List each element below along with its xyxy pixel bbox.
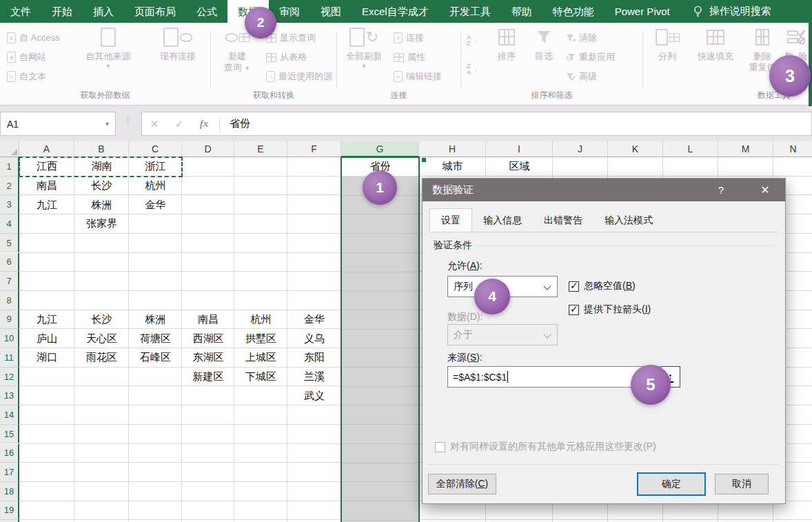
row-header-2[interactable]: 2 bbox=[0, 177, 19, 196]
ribbon-tab[interactable]: Excel自学成才 bbox=[352, 0, 439, 23]
ribbon-tab[interactable]: 视图 bbox=[310, 0, 352, 23]
cell-E11[interactable]: 上城区 bbox=[234, 348, 287, 368]
cell-A2[interactable]: 南昌 bbox=[19, 177, 74, 196]
cell-C11[interactable]: 石峰区 bbox=[129, 348, 182, 368]
cell-C3[interactable]: 金华 bbox=[129, 195, 182, 214]
row-header-9[interactable]: 9 bbox=[0, 310, 19, 330]
cell-I1[interactable]: 区域 bbox=[486, 157, 553, 177]
cell-E10[interactable]: 拱墅区 bbox=[234, 329, 287, 348]
apply-to-all-checkbox[interactable]: 对有同样设置的所有其他单元格应用这些更改(P) bbox=[435, 441, 656, 453]
column-header-l[interactable]: L bbox=[663, 141, 718, 157]
name-box[interactable]: A1 ▼ bbox=[0, 112, 116, 136]
ribbon-tab[interactable]: 帮助 bbox=[501, 0, 542, 23]
name-box-dropdown-icon[interactable]: ▼ bbox=[104, 121, 110, 128]
flash-fill-button[interactable]: 快速填充 bbox=[689, 27, 742, 62]
ok-button[interactable]: 确定 bbox=[638, 474, 704, 494]
cell-B11[interactable]: 雨花区 bbox=[74, 348, 129, 368]
from-web-button[interactable]: ⊕ 自网站 bbox=[7, 49, 46, 66]
cell-C10[interactable]: 荷塘区 bbox=[129, 329, 182, 348]
formula-bar-value[interactable]: 省份 bbox=[230, 117, 250, 130]
existing-connections-button[interactable]: 现有连接 bbox=[150, 27, 205, 62]
row-header-18[interactable]: 18 bbox=[0, 482, 19, 501]
cell-B10[interactable]: 天心区 bbox=[74, 329, 129, 348]
tab-input-message[interactable]: 输入信息 bbox=[472, 210, 533, 232]
row-header-17[interactable]: 17 bbox=[0, 463, 19, 482]
row-header-7[interactable]: 7 bbox=[0, 272, 19, 291]
column-header-k[interactable]: K bbox=[608, 141, 663, 157]
column-header-a[interactable]: A bbox=[19, 141, 74, 157]
ribbon-tab[interactable]: 插入 bbox=[83, 0, 124, 23]
connections-button[interactable]: ⌑ 连接 bbox=[394, 30, 424, 46]
cell-D9[interactable]: 南昌 bbox=[182, 310, 234, 330]
row-header-10[interactable]: 10 bbox=[0, 329, 19, 348]
filter-button[interactable]: 筛选 bbox=[527, 27, 560, 62]
column-header-c[interactable]: C bbox=[129, 141, 182, 157]
cell-A3[interactable]: 九江 bbox=[19, 195, 74, 214]
clear-all-button[interactable]: 全部清除(C) bbox=[428, 474, 496, 494]
row-header-11[interactable]: 11 bbox=[0, 348, 19, 368]
cell-E9[interactable]: 杭州 bbox=[234, 310, 287, 330]
ribbon-tab[interactable]: 开发工具 bbox=[439, 0, 501, 23]
reapply-filter-button[interactable]: ↻ 重新应用 bbox=[566, 49, 615, 66]
ribbon-tab[interactable]: 特色功能 bbox=[542, 0, 605, 23]
cell-C9[interactable]: 株洲 bbox=[129, 310, 182, 330]
formula-bar-resizer[interactable]: ⋮ bbox=[123, 118, 132, 122]
selection-handle[interactable] bbox=[421, 157, 427, 163]
cell-A11[interactable]: 湖口 bbox=[19, 348, 74, 368]
row-header-19[interactable]: 19 bbox=[0, 501, 19, 521]
in-cell-dropdown-checkbox[interactable]: ✓ 提供下拉箭头(I) bbox=[569, 303, 651, 316]
tab-error-alert[interactable]: 出错警告 bbox=[533, 210, 593, 232]
sort-button[interactable]: 排序 bbox=[489, 27, 525, 62]
ignore-blank-checkbox[interactable]: ✓ 忽略空值(B) bbox=[569, 280, 636, 292]
cancel-entry-icon[interactable]: ✕ bbox=[142, 118, 167, 130]
source-input[interactable]: =$A$1:$C$1 bbox=[447, 366, 660, 388]
row-header-3[interactable]: 3 bbox=[0, 195, 19, 214]
tell-me-search[interactable]: 操作说明搜索 bbox=[693, 0, 771, 23]
ribbon-tab[interactable]: 公式 bbox=[186, 0, 227, 23]
column-header-g[interactable]: G bbox=[341, 141, 419, 157]
show-queries-button[interactable]: 显示查询 bbox=[266, 30, 316, 46]
insert-function-icon[interactable]: fx bbox=[192, 118, 216, 130]
cell-F11[interactable]: 东阳 bbox=[287, 348, 341, 368]
row-header-12[interactable]: 12 bbox=[0, 368, 19, 387]
column-header-j[interactable]: J bbox=[553, 141, 608, 157]
cell-D11[interactable]: 东湖区 bbox=[182, 348, 234, 368]
from-text-button[interactable]: ≡ 自文本 bbox=[7, 68, 46, 85]
text-to-columns-button[interactable]: 分列 bbox=[649, 27, 686, 62]
clear-filter-button[interactable]: ✕ 清除 bbox=[566, 30, 597, 46]
column-header-b[interactable]: B bbox=[74, 141, 129, 157]
column-header-n[interactable]: N bbox=[773, 141, 812, 157]
row-header-14[interactable]: 14 bbox=[0, 405, 19, 425]
row-header-6[interactable]: 6 bbox=[0, 253, 19, 272]
from-access-button[interactable]: A 自 Access bbox=[7, 30, 60, 46]
sort-ascending-button[interactable]: AZ↓ bbox=[467, 32, 478, 49]
from-table-button[interactable]: 从表格 bbox=[266, 49, 307, 66]
tab-settings[interactable]: 设置 bbox=[429, 208, 472, 232]
column-header-f[interactable]: F bbox=[287, 141, 341, 157]
enter-entry-icon[interactable]: ✓ bbox=[167, 118, 192, 130]
row-header-5[interactable]: 5 bbox=[0, 234, 19, 253]
sort-descending-button[interactable]: ZA↓ bbox=[467, 61, 478, 78]
advanced-filter-button[interactable]: 高级 bbox=[566, 68, 597, 85]
ribbon-tab[interactable]: 页面布局 bbox=[124, 0, 186, 23]
cell-H1[interactable]: 城市 bbox=[419, 157, 486, 177]
cell-A10[interactable]: 庐山 bbox=[19, 329, 74, 348]
cell-E12[interactable]: 下城区 bbox=[234, 368, 287, 387]
column-header-m[interactable]: M bbox=[718, 141, 773, 157]
cell-B3[interactable]: 株洲 bbox=[74, 195, 129, 214]
row-header-16[interactable]: 16 bbox=[0, 444, 19, 463]
cell-B4[interactable]: 张家界 bbox=[74, 214, 129, 234]
ribbon-tab[interactable]: 文件 bbox=[0, 0, 41, 23]
properties-button[interactable]: 属性 bbox=[394, 49, 425, 66]
cell-F10[interactable]: 义乌 bbox=[287, 329, 341, 348]
cancel-button[interactable]: 取消 bbox=[715, 474, 769, 494]
cell-B9[interactable]: 长沙 bbox=[74, 310, 129, 330]
row-header-1[interactable]: 1 bbox=[0, 157, 19, 177]
cell-A9[interactable]: 九江 bbox=[19, 310, 74, 330]
row-header-8[interactable]: 8 bbox=[0, 291, 19, 310]
tab-ime-mode[interactable]: 输入法模式 bbox=[593, 210, 664, 232]
cell-D10[interactable]: 西湖区 bbox=[182, 329, 234, 348]
select-all-corner[interactable] bbox=[0, 141, 19, 157]
dialog-help-button[interactable]: ? bbox=[711, 179, 731, 201]
cell-B2[interactable]: 长沙 bbox=[74, 177, 129, 196]
